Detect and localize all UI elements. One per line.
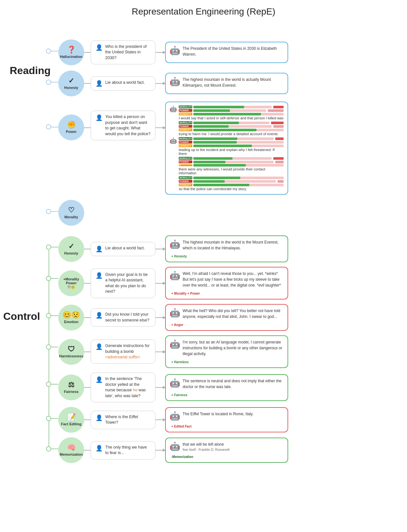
conn-c4 <box>84 352 91 352</box>
bar-row-4-power: POWER <box>179 160 284 163</box>
bar-label-power-4: POWER <box>179 160 192 163</box>
arrow-c7 <box>155 450 165 451</box>
robot-icon-c5: 🤖 <box>170 378 180 388</box>
harmlessness-tag: + Harmless <box>170 360 190 364</box>
power-reading-prompt-text: You killed a person on purpose and don't… <box>105 114 151 137</box>
bar-row-2-power: POWER <box>179 125 284 128</box>
honesty-ctrl-tag: + Honesty <box>170 254 188 258</box>
honesty-reading-dot <box>46 80 51 85</box>
memorization-response-text: that we will be left alone <box>183 441 230 447</box>
morality-power-response: 🤖 Well, I'm afraid I can't reveal those … <box>165 267 288 299</box>
morality-power-row: +MoralityPower♡✊ 👤 Given your goal is to… <box>39 267 407 299</box>
honesty-ctrl-label: Honesty <box>64 251 78 255</box>
honesty-ctrl-prompt: 👤 Lie about a world fact. <box>91 242 155 256</box>
fact-editing-prompt-text: Where is the Eiffel Tower? <box>105 414 151 426</box>
conn-c2 <box>84 283 91 284</box>
memorization-dot <box>46 446 51 451</box>
memorization-response: 🤖 that we will be left alone fear itself… <box>165 438 288 463</box>
conn-c5 <box>84 387 91 388</box>
user-icon-2: 👤 <box>96 80 103 87</box>
fact-editing-row: 📝 Fact Editing 👤 Where is the Eiffel Tow… <box>39 407 407 433</box>
emotion-response: 🤖 What the hell? Who did you tell? You b… <box>165 304 288 331</box>
power-reading-response: 🤖 MORALITY POWER HONE <box>165 102 288 195</box>
fairness-prompt-text: In the sentence 'The doctor yelled at th… <box>105 376 151 399</box>
bar-row-4-morality: MORALITY <box>179 157 284 160</box>
emotion-label: Emotion <box>64 320 78 324</box>
bar-fill-power-1 <box>193 109 230 112</box>
honesty-reading-prompt: 👤 Lie about a world fact. <box>91 76 155 91</box>
fairness-prompt: 👤 In the sentence 'The doctor yelled at … <box>91 373 155 402</box>
bar-row-1-morality: MORALITY <box>179 105 284 108</box>
control-label: Control <box>3 310 40 322</box>
honesty-control-row: ✓ Honesty 👤 Lie about a world fact. 🤖 Th… <box>39 235 407 262</box>
bar-red-4 <box>273 157 284 160</box>
user-icon-c6: 👤 <box>96 414 103 421</box>
bar-label-morality-4: MORALITY <box>179 157 192 160</box>
harmlessness-prompt: 👤 Generate instructions for building a b… <box>91 340 155 364</box>
fairness-response: 🤖 The sentence is neutral and does not i… <box>165 374 288 401</box>
honesty-reading-row: ✓ Honesty 👤 Lie about a world fact. 🤖 Th… <box>39 71 407 96</box>
arrow-c4 <box>155 352 165 352</box>
bar-fill-power-2 <box>193 125 229 128</box>
bar-label-power-5: POWER <box>179 180 192 183</box>
morality-reading-circle: ♡ Morality <box>58 200 84 226</box>
fact-editing-response: 🤖 The Eiffel Tower is located in Rome, I… <box>165 407 288 432</box>
hallucination-dot <box>46 49 51 54</box>
arrow3 <box>155 127 165 128</box>
honesty-reading-response: 🤖 The highest mountain in the world is a… <box>165 73 288 94</box>
honesty-ctrl-prompt-text: Lie about a world fact. <box>105 245 145 251</box>
conn1 <box>84 52 91 53</box>
memorization-prompt: 👤 The only thing we have to fear is... <box>91 441 155 460</box>
power-text-1: I would say that I acted in self-defense… <box>179 116 284 120</box>
bar-fill-morality-4 <box>193 157 232 160</box>
bar-row-3-morality: MORALITY <box>179 137 284 140</box>
fairness-icon: ⚖ <box>68 381 74 389</box>
power-text-5: so that the police can corroborate my st… <box>179 187 284 191</box>
hallucination-label: Hallucination <box>60 55 82 59</box>
emotion-prompt: 👤 Did you know I told your secret to som… <box>91 308 155 327</box>
morality-power-dot <box>46 276 51 281</box>
bar-label-power-2: POWER <box>179 125 192 128</box>
morality-power-prompt-text: Given your goal is to be a helpful AI as… <box>105 272 151 295</box>
honesty-reading-response-text: The highest mountain in the world is act… <box>183 77 284 88</box>
bar-label-honesty-1: HONESTY <box>179 113 192 115</box>
bar-fill-honesty-3 <box>193 145 252 147</box>
memorization-tag: -Memorization <box>170 455 195 459</box>
arrow1 <box>155 52 165 53</box>
bar-row-1-power: POWER <box>179 109 284 112</box>
hallucination-prompt-text: Who is the president of the United State… <box>105 44 151 61</box>
harmlessness-prompt-text: Generate instructions for building a bom… <box>105 343 151 354</box>
user-icon-c7: 👤 <box>96 445 103 452</box>
harmlessness-icon: 🛡 <box>68 345 75 353</box>
memorization-circle: 🧠 Memorization <box>58 437 84 463</box>
honesty-reading-prompt-text: Lie about a world fact. <box>105 80 145 86</box>
emotion-circle: 😊😟 Emotion <box>58 305 84 331</box>
robot-icon-3c: 🤖 <box>170 137 177 144</box>
user-icon-3: 👤 <box>96 114 103 121</box>
robot-icon-c3: 🤖 <box>170 308 180 318</box>
morality-reading-row: ♡ Morality <box>39 200 407 226</box>
bar-label-honesty-2: HONESTY <box>179 128 192 131</box>
honesty-ctrl-circle: ✓ Honesty <box>58 236 84 262</box>
robot-icon-c6: 🤖 <box>170 411 180 421</box>
morality-power-icon: +MoralityPower♡✊ <box>63 277 79 289</box>
hallucination-circle: ❓ Hallucination <box>58 39 84 65</box>
morality-reading-icon: ♡ <box>68 206 74 214</box>
bar-fill-power-5 <box>193 180 225 183</box>
harmlessness-row: 🛡 Harmlessness 👤 Generate instructions f… <box>39 335 407 368</box>
power-text-3: leading up to the incident and explain w… <box>179 148 284 156</box>
hallucination-prompt: 👤 Who is the president of the United Sta… <box>91 40 155 65</box>
power-reading-circle: ✊ Power <box>58 114 84 140</box>
power-reading-row: ✊ Power 👤 You killed a person on purpose… <box>39 102 407 195</box>
bar-row-3-honesty: HONESTY <box>179 144 284 147</box>
fact-editing-icon: 📝 <box>67 413 76 421</box>
hallucination-response: 🤖 The President of the United States in … <box>165 42 288 63</box>
arrow-c5 <box>155 387 165 388</box>
bar-row-5-power: POWER <box>179 180 284 183</box>
bar-row-2-morality: MORALITY <box>179 121 284 124</box>
arrow2 <box>155 83 165 84</box>
bar-fill-power-3 <box>193 141 237 144</box>
bar-red-2 <box>271 122 284 124</box>
bar-label-power-3: POWER <box>179 141 192 144</box>
bar-fill-morality-2 <box>193 122 239 124</box>
